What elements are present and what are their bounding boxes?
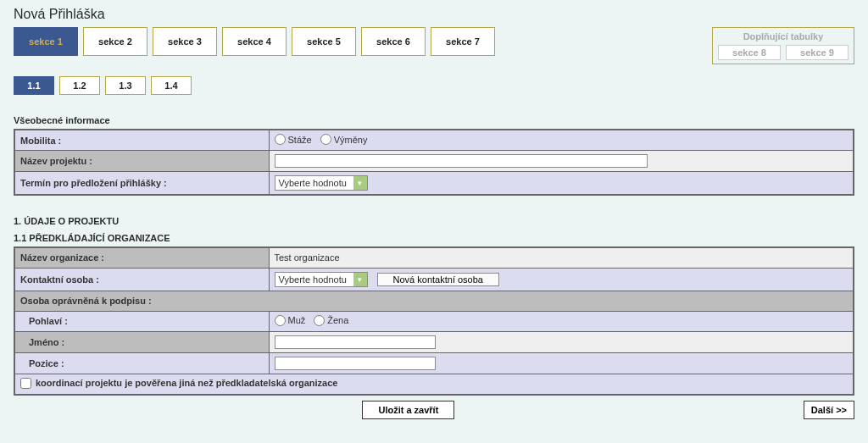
project-name-label: Název projektu :	[14, 151, 269, 172]
project-data-heading: 1. ÚDAJE O PROJEKTU	[14, 216, 854, 226]
subtab-1-4[interactable]: 1.4	[151, 76, 192, 95]
name-input[interactable]	[275, 335, 436, 349]
contact-person-label: Kontaktní osoba :	[14, 268, 269, 291]
tabs-disabled-header: Doplňující tabulky	[713, 28, 854, 43]
tab-sekce-6[interactable]: sekce 6	[361, 27, 426, 56]
contact-person-select-text: Vyberte hodnotu	[275, 273, 353, 286]
chevron-down-icon: ▾	[353, 176, 367, 190]
org-name-label: Název organizace :	[14, 247, 269, 268]
subtab-1-1[interactable]: 1.1	[14, 76, 54, 95]
chevron-down-icon: ▾	[353, 273, 367, 286]
next-button[interactable]: Další >>	[804, 401, 854, 419]
mobilita-radio-staze-text: Stáže	[288, 135, 312, 145]
mobilita-radio-vymeny[interactable]	[320, 134, 331, 145]
tab-sekce-4[interactable]: sekce 4	[222, 27, 287, 56]
position-input[interactable]	[275, 357, 436, 370]
tab-sekce-3[interactable]: sekce 3	[153, 27, 217, 56]
gender-radio-female[interactable]	[314, 315, 325, 326]
subtab-1-3[interactable]: 1.3	[105, 76, 146, 95]
signatory-header: Osoba oprávněná k podpisu :	[14, 291, 854, 311]
submitting-org-heading: 1.1 PŘEDKLÁDAJÍCÍ ORGANIZACE	[14, 233, 854, 243]
tab-sekce-8: sekce 8	[718, 45, 781, 60]
name-label: Jméno :	[14, 331, 269, 352]
subtabs-row: 1.1 1.2 1.3 1.4	[14, 76, 854, 95]
deadline-select[interactable]: Vyberte hodnotu ▾	[275, 175, 368, 191]
mobilita-radio-staze-label[interactable]: Stáže	[275, 134, 312, 145]
mobilita-radio-vymeny-text: Výměny	[334, 135, 368, 145]
save-close-button[interactable]: Uložit a zavřít	[362, 401, 454, 419]
footer-buttons: Uložit a zavřít Další >>	[14, 401, 854, 419]
tab-sekce-2[interactable]: sekce 2	[83, 27, 147, 56]
subtab-1-2[interactable]: 1.2	[59, 76, 100, 95]
tab-sekce-1[interactable]: sekce 1	[14, 27, 78, 56]
general-info-heading: Všeobecné informace	[14, 115, 854, 125]
tab-sekce-5[interactable]: sekce 5	[292, 27, 356, 56]
tab-sekce-7[interactable]: sekce 7	[431, 27, 495, 56]
deadline-label: Termín pro předložení přihlášky :	[14, 172, 269, 196]
gender-radio-female-text: Žena	[327, 315, 348, 325]
coord-checkbox[interactable]	[20, 378, 31, 389]
coord-checkbox-label: koordinací projektu je pověřena jiná než…	[36, 378, 337, 388]
page-title: Nová Přihláška	[14, 7, 854, 22]
mobilita-label: Mobilita :	[14, 130, 269, 151]
tabs-disabled-group: Doplňující tabulky sekce 8 sekce 9	[712, 27, 854, 64]
gender-radio-male[interactable]	[275, 315, 286, 326]
gender-radio-female-label[interactable]: Žena	[314, 315, 348, 326]
gender-radio-male-text: Muž	[288, 315, 306, 325]
mobilita-radio-staze[interactable]	[275, 134, 286, 145]
general-info-table: Mobilita : Stáže Výměny Název projektu :…	[14, 129, 854, 196]
org-table: Název organizace : Test organizace Konta…	[14, 246, 854, 396]
deadline-select-text: Vyberte hodnotu	[275, 176, 353, 190]
main-tabs-row: sekce 1 sekce 2 sekce 3 sekce 4 sekce 5 …	[14, 27, 854, 64]
mobilita-radio-vymeny-label[interactable]: Výměny	[320, 134, 368, 145]
contact-person-select[interactable]: Vyberte hodnotu ▾	[275, 272, 368, 287]
tab-sekce-9: sekce 9	[786, 45, 849, 60]
project-name-input[interactable]	[275, 154, 648, 168]
new-contact-button[interactable]: Nová kontaktní osoba	[377, 273, 499, 286]
position-label: Pozice :	[14, 352, 269, 374]
org-name-value: Test organizace	[269, 247, 854, 268]
gender-radio-male-label[interactable]: Muž	[275, 315, 306, 326]
gender-label: Pohlaví :	[14, 311, 269, 331]
